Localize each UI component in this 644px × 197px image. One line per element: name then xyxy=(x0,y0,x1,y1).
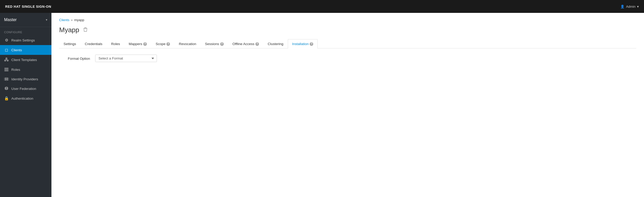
sidebar-item-label: Client Templates xyxy=(11,58,37,62)
tabs-bar: Settings Credentials Roles Mappers ? Sco… xyxy=(59,39,636,48)
realm-selector[interactable]: Master ▾ xyxy=(0,13,51,27)
breadcrumb-clients-link[interactable]: Clients xyxy=(59,18,69,22)
svg-rect-6 xyxy=(4,68,8,68)
brand-logo: RED HAT SINGLE SIGN-ON xyxy=(5,5,51,8)
clients-icon: ◻ xyxy=(4,48,9,52)
breadcrumb-current: myapp xyxy=(74,18,84,22)
layout: Master ▾ Configure ⚙ Realm Settings ◻ Cl… xyxy=(0,13,644,197)
svg-point-1 xyxy=(5,60,6,61)
user-icon: 👤 xyxy=(620,5,624,8)
svg-rect-14 xyxy=(6,79,7,81)
sidebar-item-client-templates[interactable]: Client Templates xyxy=(0,55,51,65)
sidebar-item-identity-providers[interactable]: Identity Providers xyxy=(0,74,51,84)
configure-section-label: Configure xyxy=(0,27,51,35)
svg-rect-8 xyxy=(4,71,8,71)
sidebar-item-realm-settings[interactable]: ⚙ Realm Settings xyxy=(0,35,51,45)
identity-providers-icon xyxy=(4,77,9,81)
svg-point-2 xyxy=(7,60,8,61)
user-chevron-icon: ▾ xyxy=(637,5,639,8)
sidebar: Master ▾ Configure ⚙ Realm Settings ◻ Cl… xyxy=(0,13,51,197)
tab-offline-access[interactable]: Offline Access ? xyxy=(228,39,263,48)
realm-settings-icon: ⚙ xyxy=(4,38,9,42)
format-option-row: Format Option Select a Format Keycloak O… xyxy=(59,55,636,62)
navbar: RED HAT SINGLE SIGN-ON 👤 Admin ▾ xyxy=(0,0,644,13)
sidebar-item-label: Identity Providers xyxy=(11,77,38,81)
authentication-icon: 🔒 xyxy=(4,96,9,101)
tab-scope[interactable]: Scope ? xyxy=(151,39,174,48)
mappers-help-icon: ? xyxy=(143,42,147,46)
tab-roles[interactable]: Roles xyxy=(107,39,124,48)
sidebar-item-authentication[interactable]: 🔒 Authentication xyxy=(0,93,51,103)
svg-point-15 xyxy=(5,87,8,88)
scope-help-icon: ? xyxy=(166,42,170,46)
user-label: Admin xyxy=(626,5,636,8)
format-option-label: Format Option xyxy=(59,55,90,61)
svg-point-0 xyxy=(6,58,7,59)
sidebar-item-roles[interactable]: Roles xyxy=(0,65,51,74)
tab-revocation[interactable]: Revocation xyxy=(174,39,201,48)
roles-icon xyxy=(4,67,9,72)
page-title-row: Myapp xyxy=(59,26,636,34)
sidebar-item-label: Realm Settings xyxy=(11,38,35,42)
sidebar-item-clients[interactable]: ◻ Clients xyxy=(0,45,51,55)
tab-clustering[interactable]: Clustering xyxy=(263,39,288,48)
sessions-help-icon: ? xyxy=(220,42,224,46)
sidebar-item-label: User Federation xyxy=(11,87,36,91)
svg-rect-13 xyxy=(6,78,7,79)
tab-sessions[interactable]: Sessions ? xyxy=(201,39,228,48)
user-menu[interactable]: 👤 Admin ▾ xyxy=(620,5,639,8)
user-federation-icon xyxy=(4,87,9,91)
svg-line-4 xyxy=(5,60,6,60)
sidebar-item-label: Authentication xyxy=(11,97,33,100)
tab-credentials[interactable]: Credentials xyxy=(80,39,107,48)
svg-rect-7 xyxy=(4,69,8,70)
tab-settings[interactable]: Settings xyxy=(59,39,80,48)
sidebar-item-label: Clients xyxy=(11,48,22,52)
format-option-control: Select a Format Keycloak OIDC JSON Keycl… xyxy=(95,55,636,62)
breadcrumb: Clients » myapp xyxy=(59,18,636,22)
format-select[interactable]: Select a Format Keycloak OIDC JSON Keycl… xyxy=(95,55,157,62)
main-content: Clients » myapp Myapp Settings Credentia… xyxy=(51,13,644,197)
client-templates-icon xyxy=(4,57,9,62)
installation-help-icon: ? xyxy=(310,42,313,46)
breadcrumb-separator: » xyxy=(71,18,73,22)
sidebar-item-label: Roles xyxy=(11,68,20,72)
tab-installation[interactable]: Installation ? xyxy=(288,39,318,48)
offline-access-help-icon: ? xyxy=(255,42,259,46)
svg-line-5 xyxy=(6,60,8,60)
realm-chevron-icon: ▾ xyxy=(46,18,47,22)
page-title: Myapp xyxy=(59,26,79,34)
delete-button[interactable] xyxy=(82,26,88,34)
realm-name: Master xyxy=(4,18,17,22)
tab-mappers[interactable]: Mappers ? xyxy=(124,39,151,48)
sidebar-item-user-federation[interactable]: User Federation xyxy=(0,84,51,93)
